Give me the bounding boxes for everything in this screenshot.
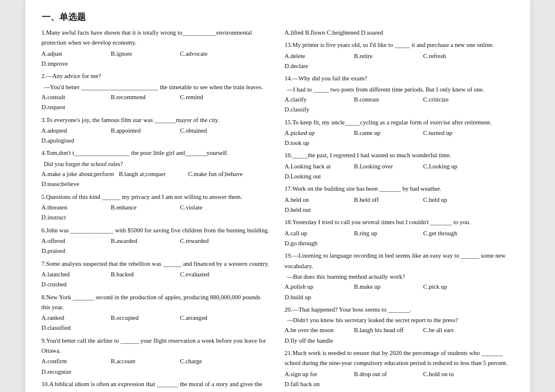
option-item: A.be over the moon — [285, 325, 349, 335]
question-options: A.rankedB.occupiedC.arrangedD.classified — [42, 313, 271, 333]
question-text: 16._____the past, I regretted I had wast… — [285, 150, 514, 160]
question-text: 14.—Why did you fail the exam? — [285, 73, 514, 83]
option-item: B.recommend — [111, 92, 176, 102]
question-text: 6.John was ______________ with $5000 for… — [42, 225, 271, 235]
question-options: A.sign up forB.drop out ofC.hold on toD.… — [285, 369, 514, 390]
option-item: A.clarify — [285, 94, 349, 104]
question-item: 20.—That happened? Your boss seems to __… — [285, 305, 514, 346]
option-item: C.remind — [180, 92, 245, 102]
option-item: C.obtained — [180, 126, 245, 136]
exam-page: 一、单选题 1.Many awful facts have shown that… — [25, 0, 530, 392]
question-options: A.adoptedB.appointedC.obtainedD.apologis… — [42, 126, 271, 146]
question-options: A.confirmB.accountC.chargeD.recognize — [42, 356, 271, 377]
columns-container: 1.Many awful facts have shown that it is… — [42, 28, 514, 392]
question-options: A.consultB.recommendC.remindD.request — [42, 92, 271, 113]
option-item: C.rewarded — [180, 236, 245, 246]
option-item: D.crushed — [42, 279, 106, 289]
question-item: 15.To keep fit, my uncle_____cycling as … — [285, 117, 514, 148]
option-item: A.threaten — [42, 202, 106, 212]
option-item: D.took up — [285, 138, 349, 148]
question-item: 13.My printer is five years old, so I'd … — [285, 40, 514, 71]
option-item: A.polish up — [285, 282, 349, 292]
option-item: A.adopted — [42, 126, 106, 136]
option-item: A.Looking back at — [285, 161, 349, 171]
option-item: A.ranked — [42, 313, 106, 323]
option-item: A.adjust — [42, 49, 106, 59]
question-text: 13.My printer is five years old, so I'd … — [285, 40, 514, 50]
option-item: B.appointed — [111, 126, 176, 136]
question-options: A.polish upB.make upC.pick upD.build up — [285, 282, 514, 302]
option-item: D.declare — [285, 61, 349, 71]
question-item: 7.Some analysts suspected that the rebel… — [42, 259, 271, 290]
question-options: A.launchedB.backedC.evaluatedD.crushed — [42, 269, 271, 290]
option-item: B.enhance — [111, 202, 176, 212]
question-options: A.make a joke about;performB.laugh at;co… — [42, 169, 271, 190]
option-item: B.laugh at;conquer — [119, 169, 183, 179]
question-text: 21.Much work is needed to ensure that by… — [285, 348, 514, 369]
option-item: A.sign up for — [285, 369, 349, 379]
option-item: B.Looking over — [354, 161, 419, 171]
sub-question-text: —But does this learning method actually … — [287, 272, 514, 282]
option-item: A.offered — [42, 236, 106, 246]
option-item: C.turned up — [423, 128, 488, 138]
question-text: 15.To keep fit, my uncle_____cycling as … — [285, 117, 514, 127]
question-options: A.threatenB.enhanceC.violateD.instruct — [42, 202, 271, 223]
option-item: D.fall back on — [285, 379, 349, 389]
option-item: B.contrast — [354, 94, 419, 104]
section-title: 一、单选题 — [42, 12, 514, 23]
question-text: 20.—That happened? Your boss seems to __… — [285, 305, 514, 315]
option-item: A.consult — [42, 92, 106, 102]
sub-question-text: Did you forget the school rules? — [44, 159, 271, 169]
question-options: A.offeredB.awardedC.rewardedD.praised — [42, 236, 271, 256]
option-item: D.classify — [285, 104, 349, 114]
question-options: A.picked upB.came upC.turned upD.took up — [285, 128, 514, 148]
option-item: C.Looking up — [423, 161, 488, 171]
option-item: D.build up — [285, 292, 349, 302]
question-text: 9.You'd better call the airline to _____… — [42, 336, 271, 356]
option-item: C.held up — [423, 195, 488, 205]
question-text: 7.Some analysts suspected that the rebel… — [42, 259, 271, 269]
question-text: 8.New York _______ second in the product… — [42, 292, 271, 313]
question-item: 17.Work on the building site has been __… — [285, 184, 514, 215]
option-item: A.make a joke about;perform — [42, 169, 115, 179]
question-options: A.held onB.held offC.held upD.held out — [285, 195, 514, 215]
question-item: 9.You'd better call the airline to _____… — [42, 336, 271, 377]
option-item: B.ring up — [354, 228, 419, 238]
option-item: C.evaluated — [180, 269, 245, 279]
question-options: A.clarifyB.contrastC.criticizeD.classify — [285, 94, 514, 115]
question-options: A.Looking back atB.Looking overC.Looking… — [285, 161, 514, 182]
option-item: B.laugh his head off — [354, 325, 419, 335]
option-item: B.backed — [111, 269, 176, 279]
question-item: 18.Yesterday I tried to call you several… — [285, 217, 514, 248]
question-text: 17.Work on the building site has been __… — [285, 184, 514, 194]
option-item: C.advocate — [180, 49, 245, 59]
option-item: A.delete — [285, 51, 349, 61]
option-item: C.get through — [423, 228, 488, 238]
option-item: B.ignore — [111, 49, 176, 59]
sub-question-text: —I had to _____ two poets from different… — [287, 85, 514, 94]
option-item: B.awarded — [111, 236, 176, 246]
question-item: 21.Much work is needed to ensure that by… — [285, 348, 514, 389]
option-item: D.held out — [285, 205, 349, 215]
sub-question-text: —You'd better _________________________ … — [44, 82, 271, 92]
right-column: A.lifted B.flown C.heightened D.soared13… — [285, 28, 514, 392]
question-item: 16._____the past, I regretted I had wast… — [285, 150, 514, 181]
question-item: A.lifted B.flown C.heightened D.soared — [285, 28, 514, 38]
question-options: A.be over the moonB.laugh his head offC.… — [285, 325, 514, 346]
option-item: B.make up — [354, 282, 419, 292]
option-item: B.occupied — [111, 313, 176, 323]
option-item: D.classified — [42, 323, 106, 333]
option-item: C.hold on to — [423, 369, 488, 379]
question-item: 5.Questions of this kind ______ my priva… — [42, 192, 271, 223]
option-item: A.confirm — [42, 356, 106, 366]
question-options: A.deleteB.retireC.refreshD.declare — [285, 51, 514, 72]
question-text: 1.Many awful facts have shown that it is… — [42, 28, 271, 48]
question-item: 2.—Any advice for me?—You'd better _____… — [42, 71, 271, 112]
option-item: B.came up — [354, 128, 419, 138]
option-item: C.make fun of;behave — [188, 169, 253, 179]
option-item: C.violate — [180, 202, 245, 212]
question-item: 14.—Why did you fail the exam?—I had to … — [285, 73, 514, 114]
option-item: D.apologised — [42, 136, 106, 146]
question-text: 5.Questions of this kind ______ my priva… — [42, 192, 271, 202]
question-item: 19.—Listening to language recording in b… — [285, 251, 514, 302]
